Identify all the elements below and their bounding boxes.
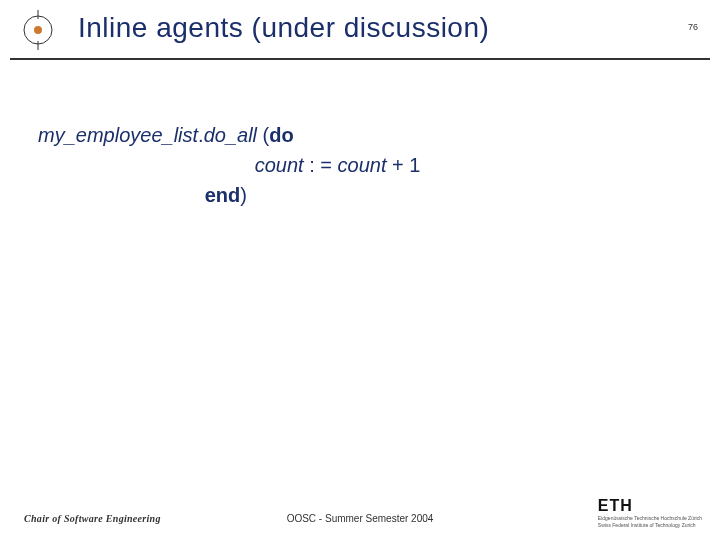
header-divider [10,58,710,60]
footer-eth-logo: ETH Eidgenössische Technische Hochschule… [598,497,702,528]
eth-subtitle-1: Eidgenössische Technische Hochschule Zür… [598,516,702,522]
code-token: : = [309,154,337,176]
eth-wordmark: ETH [598,497,702,515]
code-indent [38,184,205,206]
code-token: count [255,154,309,176]
code-block: my_employee_list.do_all (do count : = co… [38,120,690,210]
code-indent [38,154,255,176]
code-keyword: end [205,184,241,206]
code-token: ) [240,184,247,206]
slide-header: Inline agents (under discussion) [0,10,720,60]
code-token: count [338,154,392,176]
code-keyword: do [269,124,293,146]
code-token: + 1 [392,154,420,176]
svg-point-1 [34,26,42,34]
code-line-2: count : = count + 1 [38,150,690,180]
bullet-logo-icon [18,10,58,50]
slide-root: Inline agents (under discussion) 76 my_e… [0,0,720,540]
code-line-1: my_employee_list.do_all (do [38,120,690,150]
page-number: 76 [688,22,698,32]
code-token: do_all [204,124,263,146]
code-line-3: end) [38,180,690,210]
slide-title: Inline agents (under discussion) [78,12,489,44]
code-token: my_employee_list [38,124,198,146]
eth-subtitle-2: Swiss Federal Institute of Technology Zu… [598,523,702,529]
